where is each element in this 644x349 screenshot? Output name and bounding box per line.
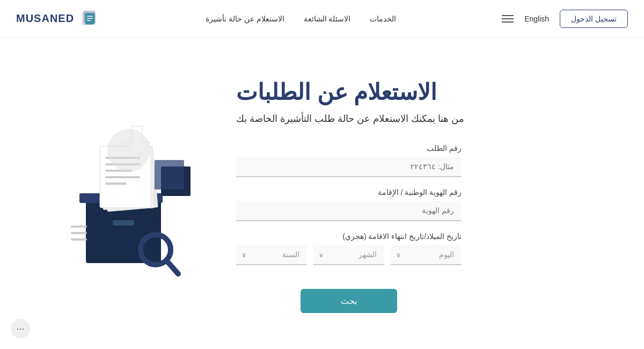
login-button[interactable]: تسجيل الدخول: [560, 10, 628, 28]
page-title: الاستعلام عن الطلبات: [236, 79, 437, 106]
svg-rect-16: [105, 183, 127, 185]
svg-rect-20: [71, 226, 87, 228]
form-actions: بحث: [236, 276, 462, 313]
year-select-wrapper: السنة: [236, 245, 307, 265]
svg-rect-5: [87, 20, 91, 21]
header: تسجيل الدخول English الخدمات الاسئلة الش…: [0, 0, 644, 38]
id-number-group: رقم الهوية الوطنية / الإقامة: [236, 188, 462, 221]
search-button[interactable]: بحث: [301, 289, 397, 313]
id-number-input[interactable]: [236, 201, 462, 221]
date-group: تاريخ الميلاد/تاريخ انتهاء الاقامة (هجري…: [236, 232, 462, 265]
illustration-section: [32, 107, 215, 279]
svg-rect-3: [87, 16, 93, 17]
year-group: السنة: [236, 245, 307, 265]
day-group: اليوم: [391, 245, 462, 265]
svg-rect-19: [155, 160, 184, 190]
logo: MUSANED: [16, 8, 100, 30]
language-button[interactable]: English: [524, 14, 549, 23]
svg-point-25: [107, 129, 150, 172]
month-select[interactable]: الشهر: [313, 245, 384, 265]
year-select[interactable]: السنة: [236, 245, 307, 265]
header-left: تسجيل الدخول English: [502, 10, 628, 28]
month-group: الشهر: [313, 245, 384, 265]
menu-icon[interactable]: [502, 15, 514, 23]
chat-bubble[interactable]: ···: [11, 319, 30, 338]
form-section: الاستعلام عن الطلبات من هنا يمكنك الاستع…: [236, 74, 612, 312]
nav-item-visa-status[interactable]: الاستعلام عن حالة تأشيرة: [206, 14, 284, 23]
date-label: تاريخ الميلاد/تاريخ انتهاء الاقامة (هجري…: [236, 232, 462, 241]
svg-rect-4: [87, 18, 93, 19]
nav-item-services[interactable]: الخدمات: [370, 14, 396, 23]
nav-item-faq[interactable]: الاسئلة الشائعة: [304, 14, 351, 23]
page-subtitle: من هنا يمكنك الاستعلام عن حالة طلب التأش…: [236, 113, 464, 125]
month-select-wrapper: الشهر: [313, 245, 384, 265]
day-select-wrapper: اليوم: [391, 245, 462, 265]
day-select[interactable]: اليوم: [391, 245, 462, 265]
date-row: اليوم الشهر السنة: [236, 245, 462, 265]
svg-rect-22: [71, 238, 87, 241]
request-number-label: رقم الطلب: [236, 144, 462, 152]
request-number-group: رقم الطلب: [236, 144, 462, 177]
svg-rect-21: [71, 232, 87, 234]
logo-icon: [78, 8, 100, 30]
svg-rect-7: [113, 220, 134, 226]
svg-line-24: [166, 260, 178, 274]
logo-text: MUSANED: [16, 12, 74, 25]
main-content: الاستعلام عن الطلبات من هنا يمكنك الاستع…: [0, 38, 644, 349]
id-number-label: رقم الهوية الوطنية / الإقامة: [236, 188, 462, 197]
svg-rect-15: [105, 176, 140, 178]
main-nav: الخدمات الاسئلة الشائعة الاستعلام عن حال…: [206, 14, 397, 23]
request-number-input[interactable]: [236, 157, 462, 177]
illustration: [38, 107, 209, 279]
